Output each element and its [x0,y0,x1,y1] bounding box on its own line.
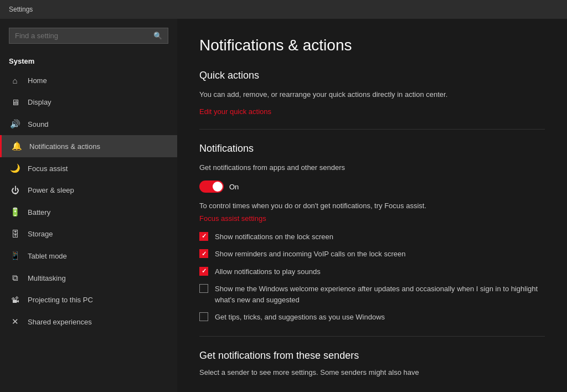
checkbox-label-lock-screen: Show notifications on the lock screen [215,231,333,243]
checkbox-label-tips: Get tips, tricks, and suggestions as you… [215,312,385,323]
checkbox-row-welcome: ➤ Show me the Windows welcome experience… [199,283,545,305]
title-bar-label: Settings [9,6,33,13]
checkboxes-container: Show notifications on the lock screen Sh… [199,231,545,323]
toggle-knob [213,182,223,192]
search-box[interactable]: 🔍 [9,28,168,44]
senders-description: Select a sender to see more settings. So… [199,367,545,378]
sidebar-item-focus-assist[interactable]: 🌙 Focus assist [0,157,177,179]
sidebar-item-label-multitasking: Multitasking [28,274,66,282]
section-divider-2 [199,336,545,337]
system-label: System [0,55,177,70]
checkbox-voip[interactable] [199,249,208,258]
checkbox-label-voip: Show reminders and incoming VoIP calls o… [215,249,405,260]
sidebar-item-multitasking[interactable]: ⧉ Multitasking [0,267,177,289]
sidebar-item-label-shared: Shared experiences [28,318,92,326]
main-layout: 🔍 System ⌂ Home 🖥 Display 🔊 Sound 🔔 Noti… [0,19,567,392]
page-title: Notifications & actions [199,37,545,54]
sidebar-item-sound[interactable]: 🔊 Sound [0,113,177,135]
sidebar-item-label-tablet-mode: Tablet mode [28,252,67,260]
sidebar-item-display[interactable]: 🖥 Display [0,91,177,113]
sidebar-item-storage[interactable]: 🗄 Storage [0,223,177,245]
sidebar-header: 🔍 [0,19,177,55]
sidebar-item-label-home: Home [28,76,47,85]
quick-actions-description: You can add, remove, or rearrange your q… [199,89,545,100]
notifications-icon: 🔔 [11,141,23,151]
power-sleep-icon: ⏻ [9,185,21,195]
sidebar-item-projecting[interactable]: 📽 Projecting to this PC [0,289,177,311]
sidebar: 🔍 System ⌂ Home 🖥 Display 🔊 Sound 🔔 Noti… [0,19,177,392]
display-icon: 🖥 [9,97,21,107]
sidebar-item-label-notifications: Notifications & actions [29,142,100,151]
notifications-section-title: Notifications [199,143,545,154]
search-input[interactable] [15,32,153,40]
sidebar-item-tablet-mode[interactable]: 📱 Tablet mode [0,245,177,267]
checkbox-label-welcome: Show me the Windows welcome experience a… [215,283,545,305]
checkbox-sounds[interactable] [199,267,208,276]
multitasking-icon: ⧉ [9,273,21,283]
shared-icon: ✕ [9,317,21,327]
checkbox-lock-screen[interactable] [199,232,208,241]
projecting-icon: 📽 [9,295,21,305]
sidebar-item-label-sound: Sound [28,120,49,128]
toggle-state-label: On [229,183,239,191]
sidebar-item-label-storage: Storage [28,230,53,238]
sidebar-item-label-battery: Battery [28,208,50,216]
checkbox-row-sounds: Allow notifications to play sounds [199,266,545,277]
home-icon: ⌂ [9,76,21,85]
checkbox-tips[interactable] [199,312,208,321]
title-bar: Settings [0,0,567,19]
sidebar-item-power-sleep[interactable]: ⏻ Power & sleep [0,179,177,201]
quick-actions-title: Quick actions [199,70,545,81]
get-notifications-label: Get notifications from apps and other se… [199,162,545,173]
sidebar-item-label-power-sleep: Power & sleep [28,186,74,194]
sidebar-item-label-display: Display [28,98,51,106]
focus-assist-icon: 🌙 [9,163,21,173]
sidebar-item-notifications[interactable]: 🔔 Notifications & actions [0,135,177,157]
sidebar-item-label-projecting: Projecting to this PC [28,296,93,304]
focus-assist-helper: To control times when you do or don't ge… [199,200,545,212]
tablet-mode-icon: 📱 [9,251,21,261]
senders-section-title: Get notifications from these senders [199,350,545,362]
search-icon: 🔍 [153,32,162,40]
sidebar-item-battery[interactable]: 🔋 Battery [0,201,177,223]
notifications-toggle[interactable] [199,180,224,193]
edit-quick-actions-link[interactable]: Edit your quick actions [199,107,271,116]
checkbox-row-lock-screen: Show notifications on the lock screen [199,231,545,243]
notifications-toggle-row: On [199,180,545,193]
checkbox-welcome[interactable] [199,284,208,293]
checkbox-label-sounds: Allow notifications to play sounds [215,266,321,277]
focus-assist-settings-link[interactable]: Focus assist settings [199,214,266,223]
checkbox-row-tips: ➤ Get tips, tricks, and suggestions as y… [199,312,545,323]
checkbox-row-voip: Show reminders and incoming VoIP calls o… [199,249,545,260]
section-divider-1 [199,129,545,130]
sound-icon: 🔊 [9,119,21,129]
sidebar-item-label-focus-assist: Focus assist [28,164,68,173]
battery-icon: 🔋 [9,207,21,217]
sidebar-item-shared[interactable]: ✕ Shared experiences [0,311,177,333]
storage-icon: 🗄 [9,229,21,239]
sidebar-item-home[interactable]: ⌂ Home [0,70,177,91]
content-area: Notifications & actions Quick actions Yo… [177,19,567,392]
